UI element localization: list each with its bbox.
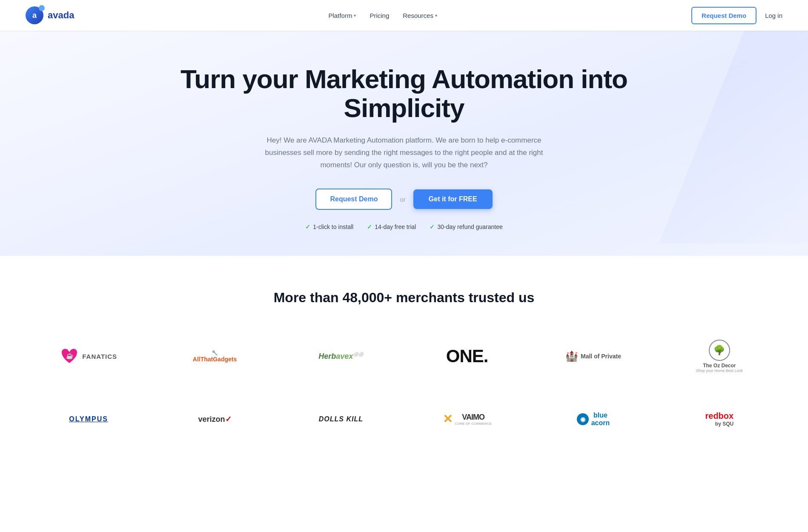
hero-request-demo-button[interactable]: Request Demo — [315, 189, 392, 210]
verizon-label: verizon✓ — [198, 415, 231, 424]
badge-refund: ✓ 30-day refund guarantee — [430, 223, 502, 230]
vaimo-label: VAIMO — [455, 413, 492, 422]
chevron-down-icon: ▾ — [354, 13, 356, 18]
mall-label: Mall of Private — [581, 353, 621, 360]
logo-fanatics: ☕ FANATICS — [26, 338, 152, 374]
mall-icon: 🏰 — [565, 350, 578, 362]
hero-section: Turn your Marketing Automation into Simp… — [0, 31, 808, 256]
blueacorn-icon: ◉ — [577, 413, 589, 425]
logos-row-1: ☕ FANATICS 🔧 AllThatGadgets Herbavex⚪⚪ O… — [26, 331, 782, 381]
logo-oz-decor: 🌳 The Oz Decor Shop your Home Best Look — [656, 331, 782, 381]
olympus-label: OLYMPUS — [69, 415, 108, 423]
hero-badges: ✓ 1-click to install ✓ 14-day free trial… — [26, 223, 782, 230]
logo-letter: a — [32, 11, 37, 20]
fanatics-icon: ☕ — [60, 347, 79, 366]
logo-text: avada — [48, 10, 74, 21]
merchants-title: More than 48,000+ merchants trusted us — [26, 290, 782, 306]
logo-dollskill: DOLLS KILL — [278, 407, 404, 432]
nav-link-resources[interactable]: Resources ▾ — [403, 12, 437, 19]
allthat-icon: 🔧 — [193, 350, 237, 356]
logo-redbox: redbox by SQU — [656, 403, 782, 435]
logo-mall-of-private: 🏰 Mall of Private — [530, 342, 656, 371]
allthat-label: AllThatGadgets — [193, 356, 237, 363]
badge-trial: ✓ 14-day free trial — [367, 223, 416, 230]
hero-get-free-button[interactable]: Get it for FREE — [413, 189, 493, 209]
badge-install: ✓ 1-click to install — [305, 223, 353, 230]
merchants-section: More than 48,000+ merchants trusted us ☕… — [0, 256, 808, 482]
check-icon: ✓ — [367, 223, 372, 230]
vaimo-x-icon: ✕ — [443, 412, 453, 426]
blueacorn-label: blueacorn — [591, 412, 610, 427]
nav-links: Platform ▾ Pricing Resources ▾ — [329, 12, 437, 19]
herbavex-label: Herbavex⚪⚪ — [318, 352, 363, 361]
hero-title: Turn your Marketing Automation into Simp… — [170, 65, 638, 123]
logo-vaimo: ✕ VAIMO CORE OF COMMERCE — [404, 403, 530, 435]
logo-herbavex: Herbavex⚪⚪ — [278, 343, 404, 369]
nav-link-pricing[interactable]: Pricing — [370, 12, 389, 19]
logo-icon: a — [26, 6, 43, 24]
hero-subtitle: Hey! We are AVADA Marketing Automation p… — [251, 134, 557, 172]
nav-request-demo-button[interactable]: Request Demo — [691, 7, 756, 24]
nav-link-platform[interactable]: Platform ▾ — [329, 12, 356, 19]
logo-link[interactable]: a avada — [26, 6, 74, 24]
check-icon: ✓ — [305, 223, 310, 230]
logos-row-2: OLYMPUS verizon✓ DOLLS KILL ✕ VAIMO CORE… — [26, 403, 782, 435]
one-label: ONE. — [446, 346, 488, 366]
nav-actions: Request Demo Log in — [691, 7, 782, 24]
check-icon: ✓ — [430, 223, 435, 230]
logo-allthatgadgets: 🔧 AllThatGadgets — [152, 341, 278, 372]
navbar: a avada Platform ▾ Pricing Resources ▾ R… — [0, 0, 808, 31]
logo-one: ONE. — [404, 338, 530, 375]
logo-blueacorn: ◉ blueacorn — [530, 403, 656, 435]
logo-verizon: verizon✓ — [152, 406, 278, 432]
fanatics-label: FANATICS — [82, 353, 117, 360]
logo-olympus: OLYMPUS — [26, 407, 152, 432]
ozdecor-tagline: Shop your Home Best Look — [696, 369, 743, 373]
ozdecor-circle: 🌳 — [709, 340, 730, 361]
redbox-label: redbox — [705, 411, 734, 420]
svg-text:☕: ☕ — [66, 352, 74, 360]
nav-login-link[interactable]: Log in — [765, 12, 782, 19]
chevron-down-icon: ▾ — [435, 13, 437, 18]
hero-buttons: Request Demo or Get it for FREE — [26, 189, 782, 210]
hero-or-label: or — [400, 196, 405, 203]
ozdecor-label: The Oz Decor — [703, 363, 736, 369]
redbox-sub: by SQU — [705, 421, 734, 427]
dollskill-label: DOLLS KILL — [319, 415, 363, 423]
vaimo-sub: CORE OF COMMERCE — [455, 422, 492, 426]
